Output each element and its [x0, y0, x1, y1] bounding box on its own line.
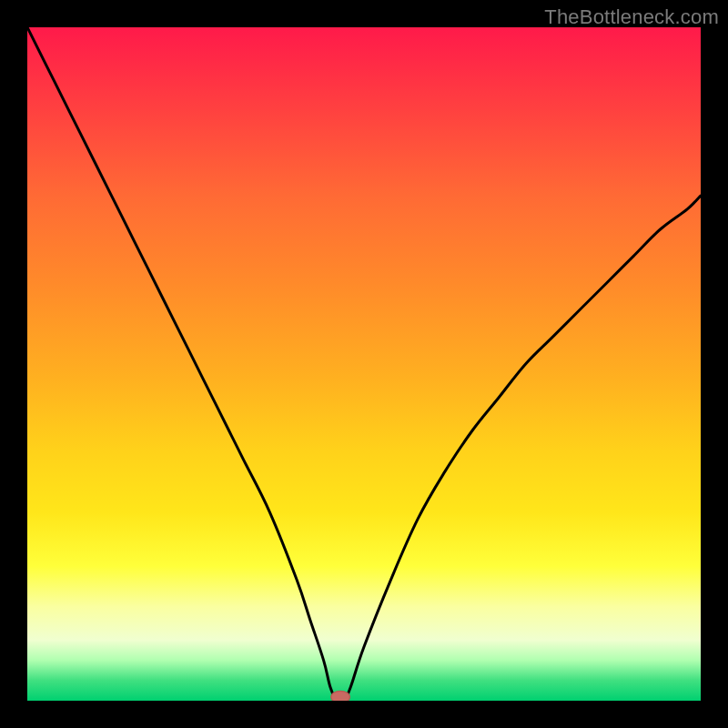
bottleneck-curve	[27, 27, 701, 701]
chart-svg	[27, 27, 701, 701]
chart-frame: TheBottleneck.com	[0, 0, 728, 728]
watermark-text: TheBottleneck.com	[544, 5, 719, 29]
minimum-marker	[331, 691, 350, 701]
plot-area	[27, 27, 701, 701]
